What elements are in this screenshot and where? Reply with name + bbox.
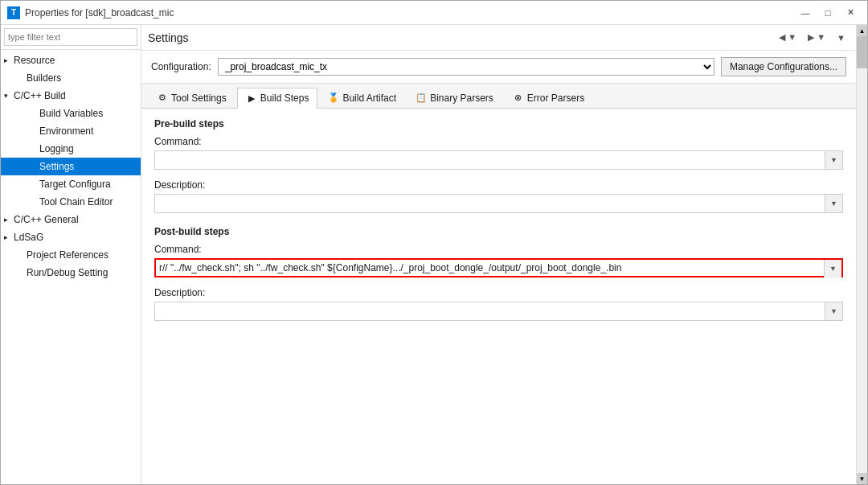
- config-label: Configuration:: [151, 61, 211, 72]
- post-build-description-input[interactable]: [154, 302, 843, 321]
- tab-icon-build-artifact: 🏅: [328, 92, 339, 104]
- main-area: ▸ResourceBuilders▾C/C++ BuildBuild Varia…: [1, 25, 867, 484]
- config-select[interactable]: _proj_broadcast_mic_tx: [218, 58, 714, 76]
- tree-arrow-ccpp-general: ▸: [4, 216, 14, 224]
- nav-forward-button[interactable]: ▶ ▼: [804, 30, 829, 45]
- config-bar: Configuration: _proj_broadcast_mic_tx Ma…: [141, 51, 856, 84]
- tab-binary-parsers[interactable]: 📋Binary Parsers: [407, 87, 502, 108]
- tab-icon-error-parsers: ⊗: [513, 92, 524, 104]
- sidebar: ▸ResourceBuilders▾C/C++ BuildBuild Varia…: [1, 25, 141, 484]
- scroll-thumb[interactable]: [857, 36, 867, 68]
- sidebar-label-run-debug: Run/Debug Setting: [27, 267, 108, 278]
- sidebar-item-ccpp-build[interactable]: ▾C/C++ Build: [1, 87, 141, 105]
- maximize-button[interactable]: □: [817, 5, 838, 21]
- panel-title: Settings: [148, 31, 189, 44]
- nav-menu-button[interactable]: ▼: [833, 30, 850, 45]
- main-window: T Properties for [sdk]_broadcast_mic ― □…: [0, 0, 868, 485]
- post-build-command-input[interactable]: [154, 258, 843, 277]
- sidebar-label-ccpp-build: C/C++ Build: [14, 90, 66, 101]
- sidebar-label-resource: Resource: [14, 55, 55, 66]
- sidebar-label-project-references: Project References: [27, 249, 108, 261]
- post-build-description-label: Description:: [154, 287, 843, 298]
- sidebar-label-ccpp-general: C/C++ General: [14, 214, 79, 225]
- sidebar-item-ldsag[interactable]: ▸LdSaG: [1, 228, 141, 246]
- tab-icon-build-steps: ▶: [246, 92, 257, 104]
- tab-label-tool-settings: Tool Settings: [171, 92, 227, 104]
- sidebar-item-ccpp-general[interactable]: ▸C/C++ General: [1, 211, 141, 228]
- post-build-title: Post-build steps: [154, 226, 843, 237]
- pre-build-description-input[interactable]: [154, 194, 843, 213]
- sidebar-item-run-debug[interactable]: Run/Debug Setting: [1, 264, 141, 282]
- tab-label-build-artifact: Build Artifact: [342, 92, 396, 104]
- post-build-command-label: Command:: [154, 244, 843, 255]
- tree-arrow-resource: ▸: [4, 56, 14, 64]
- post-build-command-wrap: ▼: [154, 258, 843, 277]
- tree-arrow-ccpp-build: ▾: [4, 92, 14, 100]
- sidebar-tree: ▸ResourceBuilders▾C/C++ BuildBuild Varia…: [1, 50, 141, 484]
- pre-build-command-dropdown-icon[interactable]: ▼: [825, 151, 842, 169]
- header-navigation: ◀ ▼ ▶ ▼ ▼: [775, 30, 850, 45]
- pre-build-command-wrap: ▼: [154, 150, 843, 170]
- tab-label-error-parsers: Error Parsers: [527, 92, 584, 104]
- filter-input[interactable]: [4, 28, 137, 46]
- pre-build-title: Pre-build steps: [154, 118, 843, 129]
- tab-label-build-steps: Build Steps: [260, 92, 309, 104]
- sidebar-label-ldsag: LdSaG: [14, 232, 43, 243]
- sidebar-label-settings: Settings: [39, 161, 74, 172]
- pre-build-section: Pre-build steps Command: ▼ Description: …: [154, 118, 843, 213]
- window-title: Properties for [sdk]_broadcast_mic: [25, 7, 795, 18]
- tabs-bar: ⚙Tool Settings▶Build Steps🏅Build Artifac…: [141, 84, 856, 109]
- pre-build-command-input[interactable]: [154, 150, 843, 170]
- manage-configurations-button[interactable]: Manage Configurations...: [721, 57, 846, 76]
- tab-build-steps[interactable]: ▶Build Steps: [237, 88, 318, 109]
- pre-build-command-label: Command:: [154, 136, 843, 147]
- sidebar-label-build-variables: Build Variables: [39, 108, 103, 119]
- app-icon: T: [7, 6, 20, 19]
- sidebar-label-builders: Builders: [27, 72, 61, 84]
- post-build-command-dropdown-icon[interactable]: ▼: [824, 260, 841, 277]
- tab-build-artifact[interactable]: 🏅Build Artifact: [319, 87, 405, 108]
- sidebar-item-resource[interactable]: ▸Resource: [1, 51, 141, 69]
- vertical-scrollbar[interactable]: ▲ ▼: [856, 25, 867, 484]
- settings-content: Pre-build steps Command: ▼ Description: …: [141, 109, 856, 484]
- tab-tool-settings[interactable]: ⚙Tool Settings: [148, 87, 235, 108]
- sidebar-label-environment: Environment: [39, 125, 93, 137]
- pre-build-description-wrap: ▼: [154, 194, 843, 213]
- nav-back-button[interactable]: ◀ ▼: [775, 30, 800, 45]
- pre-build-description-dropdown-icon[interactable]: ▼: [825, 195, 842, 212]
- pre-build-description-label: Description:: [154, 179, 843, 191]
- tab-icon-binary-parsers: 📋: [416, 92, 427, 104]
- post-build-section: Post-build steps Command: ▼ Description:…: [154, 226, 843, 321]
- sidebar-item-logging[interactable]: Logging: [1, 140, 141, 158]
- sidebar-label-tool-chain-editor: Tool Chain Editor: [39, 196, 113, 208]
- scroll-down-button[interactable]: ▼: [857, 473, 868, 484]
- tab-icon-tool-settings: ⚙: [157, 92, 168, 104]
- config-select-wrapper: _proj_broadcast_mic_tx: [218, 58, 714, 76]
- tab-error-parsers[interactable]: ⊗Error Parsers: [504, 87, 593, 108]
- scroll-track: [857, 36, 867, 473]
- tree-arrow-ldsag: ▸: [4, 233, 14, 241]
- content-panel: Settings ◀ ▼ ▶ ▼ ▼ Configuration: _proj_…: [141, 25, 856, 484]
- sidebar-search-area: [1, 25, 141, 50]
- sidebar-item-tool-chain-editor[interactable]: Tool Chain Editor: [1, 193, 141, 211]
- sidebar-item-build-variables[interactable]: Build Variables: [1, 105, 141, 122]
- sidebar-item-settings[interactable]: Settings: [1, 158, 141, 175]
- title-bar: T Properties for [sdk]_broadcast_mic ― □…: [1, 1, 867, 25]
- minimize-button[interactable]: ―: [795, 5, 816, 21]
- window-controls: ― □ ✕: [795, 5, 861, 21]
- scroll-up-button[interactable]: ▲: [857, 25, 868, 36]
- close-button[interactable]: ✕: [840, 5, 861, 21]
- post-build-description-dropdown-icon[interactable]: ▼: [825, 302, 842, 320]
- sidebar-item-environment[interactable]: Environment: [1, 122, 141, 140]
- sidebar-item-builders[interactable]: Builders: [1, 69, 141, 87]
- sidebar-label-logging: Logging: [39, 143, 74, 154]
- content-header: Settings ◀ ▼ ▶ ▼ ▼: [141, 25, 856, 51]
- tab-label-binary-parsers: Binary Parsers: [430, 92, 493, 104]
- sidebar-item-target-config[interactable]: Target Configura: [1, 175, 141, 193]
- sidebar-label-target-config: Target Configura: [39, 179, 111, 190]
- post-build-description-wrap: ▼: [154, 302, 843, 321]
- sidebar-item-project-references[interactable]: Project References: [1, 246, 141, 264]
